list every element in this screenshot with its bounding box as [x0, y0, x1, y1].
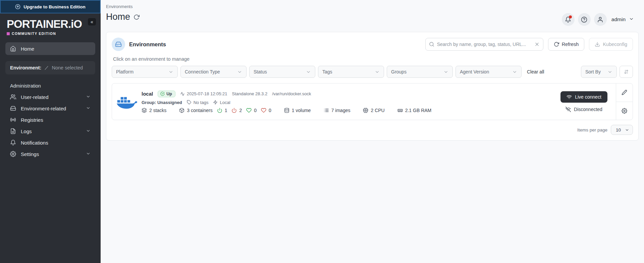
stat-cpu[interactable]: 2 CPU — [363, 108, 384, 113]
sort-by-select[interactable]: Sort By — [581, 66, 617, 78]
filter-platform[interactable]: Platform — [112, 66, 178, 78]
stat-containers-unhealthy[interactable]: 0 — [261, 108, 271, 113]
upgrade-banner[interactable]: Upgrade to Business Edition — [0, 0, 101, 13]
notifications-button[interactable] — [562, 13, 575, 26]
environment-settings-button[interactable] — [616, 102, 633, 120]
user-menu-label[interactable]: admin — [611, 16, 626, 22]
environments-panel-icon-wrap — [112, 38, 125, 51]
filter-label: Agent Version — [460, 69, 489, 74]
environment-row-meta: Group: Unassigned No tags Local — [142, 100, 552, 105]
sidebar-item-label: Notifications — [21, 140, 48, 146]
chevron-down-icon — [306, 69, 311, 74]
chevron-down-icon — [237, 69, 242, 74]
filter-agent-version[interactable]: Agent Version — [455, 66, 522, 78]
main-content: Environments Home — [101, 0, 644, 263]
refresh-button[interactable]: Refresh — [548, 38, 585, 51]
sidebar-item-registries[interactable]: Registries — [5, 114, 95, 125]
connection-status-label: Disconnected — [574, 107, 602, 112]
stat-label: 0 — [269, 108, 271, 113]
sort-by-label: Sort By — [585, 69, 601, 74]
connection-status: Disconnected — [566, 107, 602, 112]
refresh-button-label: Refresh — [562, 42, 579, 47]
stat-containers-stopped[interactable]: 2 — [231, 108, 242, 113]
stat-stacks[interactable]: 2 stacks — [142, 108, 166, 113]
stat-volumes[interactable]: 1 volume — [284, 108, 311, 113]
help-button[interactable] — [578, 13, 591, 26]
activity-icon — [180, 92, 185, 96]
environment-selector-label: Environment: — [10, 65, 41, 70]
stat-label: 3 containers — [187, 108, 212, 113]
clear-all-button[interactable]: Clear all — [527, 69, 544, 74]
status-badge: Up — [158, 91, 175, 97]
sidebar-item-environment-related[interactable]: Environment-related — [5, 103, 95, 114]
gear-icon — [622, 108, 627, 114]
environment-timestamp: 2025-07-18 12:05:21 — [187, 91, 227, 96]
filter-status[interactable]: Status — [249, 66, 315, 78]
power-icon — [217, 108, 222, 113]
environment-name[interactable]: local — [142, 91, 153, 97]
sidebar-item-label: Logs — [21, 128, 32, 134]
filter-label: Platform — [116, 69, 133, 74]
arrow-up-circle-icon — [15, 4, 20, 9]
sidebar-item-home[interactable]: Home — [5, 42, 95, 55]
sidebar-item-settings[interactable]: Settings — [5, 148, 95, 160]
breadcrumb[interactable]: Environments — [106, 4, 639, 9]
items-per-page-select[interactable]: 10 — [611, 125, 633, 135]
power-icon — [231, 108, 237, 113]
sidebar-item-notifications[interactable]: Notifications — [5, 137, 95, 148]
items-per-page-value: 10 — [616, 127, 621, 133]
filter-label: Connection Type — [185, 69, 220, 74]
sidebar-item-label: User-related — [21, 94, 49, 100]
radio-icon — [10, 117, 16, 123]
search-input[interactable] — [437, 42, 532, 47]
environment-tags: No tags — [194, 100, 209, 105]
stat-label: 1 volume — [292, 108, 311, 113]
user-menu-chevron[interactable] — [629, 16, 634, 23]
stat-images[interactable]: 7 images — [324, 108, 351, 113]
user-avatar[interactable] — [594, 13, 607, 26]
hard-drive-icon — [115, 41, 122, 48]
items-per-page-label: Items per page — [577, 127, 607, 133]
filter-label: Tags — [322, 69, 332, 74]
filter-connection-type[interactable]: Connection Type — [180, 66, 247, 78]
stat-containers-healthy[interactable]: 0 — [246, 108, 257, 113]
sidebar-item-logs[interactable]: Logs — [5, 125, 95, 137]
kubeconfig-button-label: Kubeconfig — [603, 42, 627, 47]
stat-containers[interactable]: 3 containers — [179, 108, 212, 113]
environment-card-local[interactable]: local Up 2025-07-18 12:05:21 Standalone … — [112, 83, 633, 120]
portainer-logo: PORTAINER.iO — [7, 18, 94, 30]
chevron-down-icon — [625, 128, 629, 132]
live-connect-label: Live connect — [575, 94, 601, 100]
memory-icon — [397, 108, 403, 113]
chevron-down-icon — [168, 69, 173, 74]
sidebar-item-label: Settings — [21, 151, 39, 157]
edit-environment-button[interactable] — [616, 84, 633, 102]
live-connect-button[interactable]: Live connect — [560, 91, 607, 103]
wifi-icon — [567, 94, 572, 100]
environment-side-actions — [616, 84, 633, 120]
sidebar-item-user-related[interactable]: User-related — [5, 91, 95, 103]
search-box — [425, 38, 543, 51]
refresh-title-icon[interactable] — [133, 14, 140, 20]
environment-selector[interactable]: Environment: None selected — [5, 61, 95, 74]
kubeconfig-button[interactable]: Kubeconfig — [589, 38, 633, 51]
sort-direction-button[interactable] — [620, 66, 633, 78]
clear-search-icon[interactable] — [534, 42, 540, 47]
environment-connection-type: Local — [220, 100, 230, 105]
app-root: Upgrade to Business Edition PORTAINER.iO… — [0, 0, 644, 263]
page-header: Environments Home — [101, 0, 644, 26]
filter-groups[interactable]: Groups — [387, 66, 453, 78]
wifi-off-icon — [566, 107, 571, 112]
help-circle-icon — [581, 16, 587, 23]
search-icon — [429, 42, 434, 47]
zap-icon — [213, 100, 218, 105]
refresh-icon — [554, 42, 559, 47]
sort-arrows-icon — [624, 69, 629, 74]
stat-ram[interactable]: 2.1 GB RAM — [397, 108, 432, 113]
filter-tags[interactable]: Tags — [318, 66, 384, 78]
stat-containers-running[interactable]: 1 — [217, 108, 227, 113]
gear-icon — [10, 151, 16, 157]
sidebar-home-label: Home — [21, 46, 34, 52]
chevron-down-icon — [86, 151, 91, 157]
sidebar-collapse-button[interactable]: « — [88, 18, 96, 25]
